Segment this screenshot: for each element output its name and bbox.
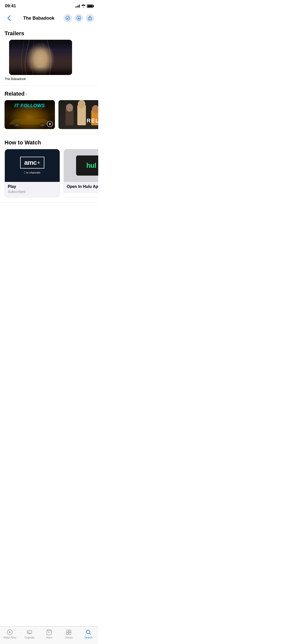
svg-point-10 [78,100,85,108]
related-card-relic[interactable]: RELIC [58,100,98,129]
signal-bars-icon [75,5,80,8]
checkmark-button[interactable] [63,14,72,22]
related-chevron-icon: › [25,91,27,97]
it-follows-play-icon [47,121,53,127]
wifi-icon [81,5,85,8]
watch-card-amc[interactable]: amc +  tv channels Play Subscribed [5,149,60,197]
main-content: Trailers The Babadook [0,26,98,226]
amc-action-label: Play [8,184,57,189]
apple-logo-icon:  [24,171,25,174]
trailers-section: Trailers The Babadook [0,26,98,84]
hulu-action-label: Open In Hulu App [67,184,98,189]
how-to-watch-section: How to Watch amc +  tv channels Play Su… [0,135,98,202]
svg-point-0 [66,16,70,20]
divider-related-how [0,134,98,134]
hulu-logo: hul [76,155,98,176]
download-button[interactable] [75,14,83,22]
status-bar: 09:41 [0,0,98,11]
related-heading[interactable]: Related › [0,87,98,100]
related-card-it-follows[interactable]: IT FOLLOWS [5,100,55,129]
trailer-title: The Babadook [0,75,98,84]
page-title: The Babadook [14,16,63,21]
watch-card-hulu[interactable]: hul Open In Hulu App [63,149,98,197]
how-to-watch-heading: How to Watch [0,135,98,149]
related-section: Related › IT FOLLOWS [0,87,98,133]
related-scroll-list[interactable]: IT FOLLOWS [0,100,98,133]
amc-card-image: amc +  tv channels [5,149,60,182]
hulu-card-image: hul [64,149,98,182]
divider-bottom [0,203,98,203]
share-button[interactable] [86,14,94,22]
svg-point-4 [15,124,19,126]
amc-logo: amc + [20,157,44,169]
status-time: 09:41 [5,4,16,9]
trailer-thumbnail[interactable] [9,40,72,75]
battery-icon [87,5,93,8]
amc-card-info: Play Subscribed [5,182,60,197]
svg-point-5 [41,124,44,126]
apple-tv-channels-label:  tv channels [24,171,40,174]
watch-options-list: amc +  tv channels Play Subscribed [0,149,98,202]
nav-bar: The Babadook [0,11,98,26]
it-follows-title: IT FOLLOWS [5,103,55,108]
amc-status-label: Subscribed [8,190,57,194]
svg-point-8 [66,104,73,112]
relic-title: RELIC [87,117,98,124]
hulu-card-info: Open In Hulu App [64,182,98,193]
nav-actions [63,14,94,22]
back-button[interactable] [4,13,14,23]
divider-trailers-related [0,85,98,86]
status-icons [75,5,93,8]
trailers-heading: Trailers [0,26,98,40]
